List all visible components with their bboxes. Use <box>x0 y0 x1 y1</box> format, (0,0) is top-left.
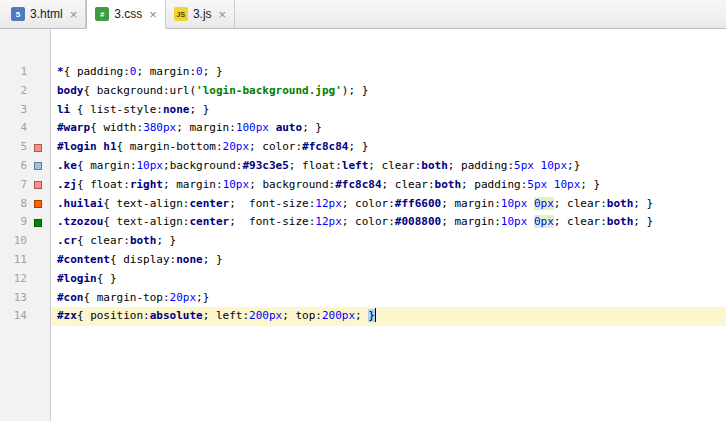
code-token: : <box>216 140 223 153</box>
code-token <box>527 197 534 210</box>
html-icon: 5 <box>11 7 25 21</box>
code-token: : <box>123 178 130 191</box>
gutter-cell: 2 <box>0 82 51 101</box>
code-token: 0 <box>196 65 203 78</box>
code-token: ; } <box>302 121 322 134</box>
code-text[interactable]: .zj{ float:right; margin:10px; backgroun… <box>51 176 726 195</box>
gutter-cell: 9 <box>0 213 51 232</box>
code-token: ; } <box>203 253 223 266</box>
gutter-cell: 1 <box>0 63 51 82</box>
code-token: 100px <box>236 121 269 134</box>
color-swatch <box>34 256 42 264</box>
tab-close-icon[interactable]: × <box>219 8 227 21</box>
line-number: 3 <box>0 101 27 120</box>
code-token: : <box>163 84 170 97</box>
code-token: #content <box>57 253 110 266</box>
code-token: url <box>170 84 190 97</box>
code-token: clear <box>382 159 415 172</box>
code-text[interactable]: .huilai{ text-align:center; font-size:12… <box>51 195 726 214</box>
code-text[interactable]: .ke{ margin:10px;background:#93c3e5; flo… <box>51 157 726 176</box>
code-text[interactable]: #zx{ position:absolute; left:200px; top:… <box>51 307 726 326</box>
color-swatch <box>34 106 42 114</box>
code-text[interactable]: #login h1{ margin-bottom:20px; color:#fc… <box>51 138 726 157</box>
code-token: 10px <box>541 159 568 172</box>
code-token: 'login-background.jpg' <box>196 84 342 97</box>
color-swatch <box>34 125 42 133</box>
code-token: : <box>216 178 223 191</box>
tab-label: 3.js <box>193 7 212 21</box>
color-swatch <box>34 238 42 246</box>
tab-3.js[interactable]: JS3.js× <box>166 0 235 28</box>
code-line: 7.zj{ float:right; margin:10px; backgrou… <box>0 176 726 195</box>
code-token: { <box>77 309 90 322</box>
code-text[interactable]: #login{ } <box>51 270 726 289</box>
code-text[interactable]: body{ background:url('login-background.j… <box>51 82 726 101</box>
color-swatch <box>34 313 42 321</box>
code-line: 11#content{ display:none; } <box>0 251 726 270</box>
gutter-cell: 3 <box>0 101 51 120</box>
code-text[interactable]: .tzozou{ text-align:center; font-size:12… <box>51 213 726 232</box>
code-token: background <box>170 159 236 172</box>
code-token: ; <box>176 121 189 134</box>
tab-close-icon[interactable]: × <box>149 8 157 21</box>
editor-tab-bar: 53.html×#3.css×JS3.js× <box>0 0 726 29</box>
gutter-cell: 11 <box>0 251 51 270</box>
gutter-cell: 7 <box>0 176 51 195</box>
code-token: 5px <box>527 178 547 191</box>
code-token: ; } <box>189 103 209 116</box>
tab-3.css[interactable]: #3.css× <box>86 0 166 29</box>
code-token: ; <box>342 215 355 228</box>
code-token: ; <box>163 178 176 191</box>
code-token: font-size <box>249 197 309 210</box>
code-text[interactable]: *{ padding:0; margin:0; } <box>51 63 726 82</box>
code-token: : <box>229 121 236 134</box>
code-token: : <box>388 215 395 228</box>
code-line: 3li { list-style:none; } <box>0 101 726 120</box>
code-token: margin <box>454 215 494 228</box>
code-token: color <box>262 140 295 153</box>
code-text[interactable]: #con{ margin-top:20px;} <box>51 289 726 308</box>
editor: 1*{ padding:0; margin:0; }2body{ backgro… <box>0 29 726 421</box>
code-token: list-style <box>90 103 156 116</box>
code-token: margin <box>90 159 130 172</box>
gutter-cell: 4 <box>0 119 51 138</box>
code-token: ; <box>355 309 368 322</box>
code-text[interactable]: .cr{ clear:both; } <box>51 232 726 251</box>
code-token: 20px <box>223 140 250 153</box>
code-token: #fc8c84 <box>335 178 381 191</box>
code-token: ; <box>136 65 149 78</box>
gutter-cell: 5 <box>0 138 51 157</box>
color-swatch <box>34 181 42 189</box>
code-token: #zx <box>57 309 77 322</box>
line-number: 8 <box>0 195 27 214</box>
code-token: body <box>57 84 84 97</box>
code-token: padding <box>77 65 123 78</box>
code-token: { <box>84 291 97 304</box>
code-token: padding <box>461 159 507 172</box>
code-token: #login <box>57 272 97 285</box>
code-token: ; } <box>156 234 176 247</box>
code-token: clear <box>567 215 600 228</box>
code-token: ; <box>554 197 567 210</box>
code-text[interactable]: #content{ display:none; } <box>51 251 726 270</box>
code-line: 5#login h1{ margin-bottom:20px; color:#f… <box>0 138 726 157</box>
code-text[interactable]: #warp{ width:380px; margin:100px auto; } <box>51 119 726 138</box>
code-token: 10px <box>137 159 164 172</box>
code-token: { <box>70 103 90 116</box>
code-token <box>527 215 534 228</box>
code-token: 20px <box>170 291 197 304</box>
code-token: : <box>123 65 130 78</box>
code-token: both <box>607 215 634 228</box>
tab-close-icon[interactable]: × <box>70 8 78 21</box>
code-token: ; <box>368 159 381 172</box>
code-token: 200px <box>249 309 282 322</box>
line-number: 6 <box>0 157 27 176</box>
code-token: ; } <box>580 178 600 191</box>
code-token: margin-top <box>97 291 163 304</box>
tab-3.html[interactable]: 53.html× <box>3 0 86 28</box>
code-token: { <box>90 121 103 134</box>
code-token: .cr <box>57 234 77 247</box>
code-token: : <box>156 103 163 116</box>
code-text[interactable]: li { list-style:none; } <box>51 101 726 120</box>
code-token: #warp <box>57 121 90 134</box>
